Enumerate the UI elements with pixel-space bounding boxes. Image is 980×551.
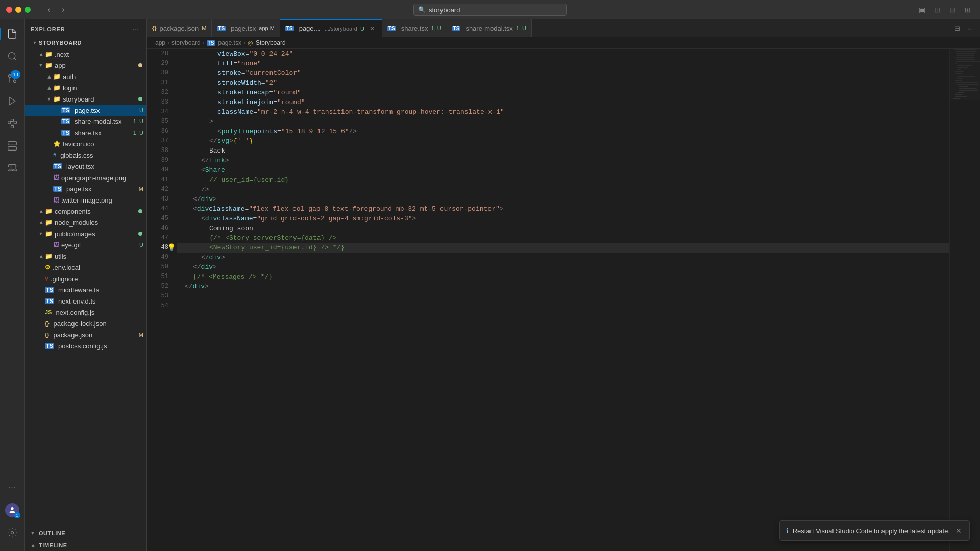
tree-item-favicon[interactable]: ▶ ⭐ favicon.ico xyxy=(24,138,146,149)
tree-item-public-images[interactable]: ▼ 📁 public/images xyxy=(24,228,146,239)
code-line-51: {/* <Messages /> */} xyxy=(177,272,949,282)
line-num-38: 38 xyxy=(155,146,168,156)
tree-item-next[interactable]: ▶ 📁 .next xyxy=(24,48,146,60)
expand-icon: ▼ xyxy=(31,40,39,45)
file-label: postcss.config.js xyxy=(58,342,146,350)
tree-item-package-lock[interactable]: ▶ {} package-lock.json xyxy=(24,318,146,329)
tree-item-env-local[interactable]: ▶ ⚙ .env.local xyxy=(24,262,146,273)
file-label: next-env.d.ts xyxy=(58,297,146,305)
svg-point-2 xyxy=(13,80,16,83)
app-body: 18 ··· 1 xyxy=(0,19,980,551)
timeline-section[interactable]: ▶ TIMELINE xyxy=(24,539,146,551)
file-label: public/images xyxy=(55,230,138,238)
close-button[interactable] xyxy=(6,7,12,13)
tree-item-login[interactable]: ▶ 📁 login xyxy=(24,82,146,93)
tree-item-page-tsx-m[interactable]: ▶ TS page.tsx M xyxy=(24,183,146,194)
run-activity-icon[interactable] xyxy=(2,91,22,111)
tab-page-tsx-app[interactable]: TS page.tsx app M xyxy=(212,19,280,37)
layout-2-button[interactable]: ⊡ xyxy=(931,4,943,16)
tree-item-middleware[interactable]: ▶ TS middleware.ts xyxy=(24,284,146,295)
tree-item-twitter[interactable]: ▶ 🖼 twitter-image.png xyxy=(24,194,146,206)
code-line-44: <div className="flex flex-col gap-8 text… xyxy=(177,204,949,214)
tree-item-layout[interactable]: ▶ TS layout.tsx xyxy=(24,161,146,172)
tab-share-tsx[interactable]: TS share.tsx 1, U xyxy=(382,19,447,37)
file-label: package-lock.json xyxy=(54,320,146,328)
more-activity-icon[interactable]: ··· xyxy=(2,478,22,498)
png-icon: 🖼 xyxy=(53,196,59,204)
extensions-activity-icon[interactable] xyxy=(2,113,22,134)
tab-package-json[interactable]: {} package.json M xyxy=(147,19,212,37)
expand-icon: ▶ xyxy=(38,252,43,260)
tree-item-storyboard-folder[interactable]: ▼ 📁 storyboard xyxy=(24,93,146,105)
svg-rect-10 xyxy=(8,142,16,145)
back-button[interactable]: ‹ xyxy=(43,4,55,16)
line-num-28: 28 xyxy=(155,49,168,59)
line-num-44: 44 xyxy=(155,204,168,214)
line-num-47: 47 xyxy=(155,233,168,243)
svg-rect-6 xyxy=(8,121,10,124)
breadcrumb-page-tsx[interactable]: page.tsx xyxy=(218,39,241,46)
tree-item-package-json[interactable]: ▶ {} package.json M xyxy=(24,329,146,340)
tree-item-node-modules[interactable]: ▶ 📁 node_modules xyxy=(24,217,146,228)
code-line-31: strokeWidth="2" xyxy=(177,78,949,88)
remote-activity-icon[interactable] xyxy=(2,136,22,156)
minimize-button[interactable] xyxy=(15,7,21,13)
explorer-activity-icon[interactable] xyxy=(2,23,22,44)
ts-tab-icon: TS xyxy=(285,26,294,31)
editor[interactable]: 28 29 30 31 32 33 34 35 36 37 38 39 40 4… xyxy=(147,49,980,551)
more-actions-button[interactable]: ··· xyxy=(965,22,976,34)
tab-close-button[interactable]: ✕ xyxy=(368,24,377,33)
tree-item-auth[interactable]: ▶ 📁 auth xyxy=(24,71,146,82)
layout-1-button[interactable]: ▣ xyxy=(916,4,928,16)
tab-page-tsx-storyboard[interactable]: TS page.tsx .../storyboard U ✕ xyxy=(280,19,382,37)
tree-item-opengraph[interactable]: ▶ 🖼 opengraph-image.png xyxy=(24,172,146,183)
breadcrumb-storyboard[interactable]: storyboard xyxy=(172,39,201,46)
tree-item-next-env[interactable]: ▶ TS next-env.d.ts xyxy=(24,295,146,307)
notification-close-button[interactable]: ✕ xyxy=(954,526,963,535)
file-label: layout.tsx xyxy=(66,163,146,170)
tree-item-share[interactable]: ▶ TS share.tsx 1, U xyxy=(24,127,146,138)
tree-root-storyboard[interactable]: ▼ STORYBOARD xyxy=(24,37,146,48)
notification: ℹ Restart Visual Studio Code to apply th… xyxy=(779,520,970,541)
line-num-39: 39 xyxy=(155,156,168,165)
svg-point-14 xyxy=(11,507,13,510)
tab-label: share-modal.tsx xyxy=(465,24,512,32)
settings-activity-icon[interactable] xyxy=(2,522,22,543)
split-editor-button[interactable]: ⊟ xyxy=(951,22,963,34)
breadcrumb-sep-2: › xyxy=(203,39,205,46)
tab-share-modal-tsx[interactable]: TS share-modal.tsx 1, U xyxy=(447,19,532,37)
tree-item-utils[interactable]: ▶ 📁 utils xyxy=(24,251,146,262)
test-activity-icon[interactable] xyxy=(2,158,22,179)
tree-item-share-modal[interactable]: ▶ TS share-modal.tsx 1, U xyxy=(24,116,146,127)
tree-item-components[interactable]: ▶ 📁 components xyxy=(24,206,146,217)
forward-button[interactable]: › xyxy=(57,4,69,16)
line-num-30: 30 xyxy=(155,68,168,78)
breadcrumb-app[interactable]: app xyxy=(155,39,165,46)
title-bar-right: ▣ ⊡ ⊟ ⊞ xyxy=(916,4,974,16)
code-line-49: </div> xyxy=(177,253,949,262)
tree-item-postcss[interactable]: ▶ TS postcss.config.js xyxy=(24,340,146,352)
tree-item-eye-gif[interactable]: ▶ 🖼 eye.gif U xyxy=(24,239,146,251)
tree-item-gitignore[interactable]: ▶ ⑂ .gitignore xyxy=(24,273,146,284)
customize-button[interactable]: ⊞ xyxy=(962,4,974,16)
ts-icon: TS xyxy=(45,298,54,304)
new-file-button[interactable]: ··· xyxy=(130,24,140,34)
file-label: auth xyxy=(63,73,146,81)
line-num-42: 42 xyxy=(155,185,168,194)
search-bar[interactable]: 🔍 storyboard xyxy=(413,4,567,16)
line-num-51: 51 xyxy=(155,272,168,282)
avatar[interactable]: 1 xyxy=(5,503,19,517)
file-label: package.json xyxy=(54,331,139,339)
outline-section[interactable]: ▼ OUTLINE xyxy=(24,527,146,539)
source-control-activity-icon[interactable]: 18 xyxy=(2,68,22,89)
maximize-button[interactable] xyxy=(24,7,31,13)
source-control-badge: 18 xyxy=(11,70,20,79)
search-activity-icon[interactable] xyxy=(2,46,22,66)
tree-item-globals-css[interactable]: ▶ # globals.css xyxy=(24,149,146,161)
layout-3-button[interactable]: ⊟ xyxy=(946,4,959,16)
tree-item-next-config[interactable]: ▶ JS next.config.js xyxy=(24,307,146,318)
breadcrumb-storyboard-symbol[interactable]: Storyboard xyxy=(256,39,286,46)
tree-item-page-tsx-selected[interactable]: ▶ TS page.tsx U xyxy=(24,105,146,116)
account-activity-icon[interactable]: 1 xyxy=(2,500,22,520)
tree-item-app[interactable]: ▼ 📁 app xyxy=(24,60,146,71)
